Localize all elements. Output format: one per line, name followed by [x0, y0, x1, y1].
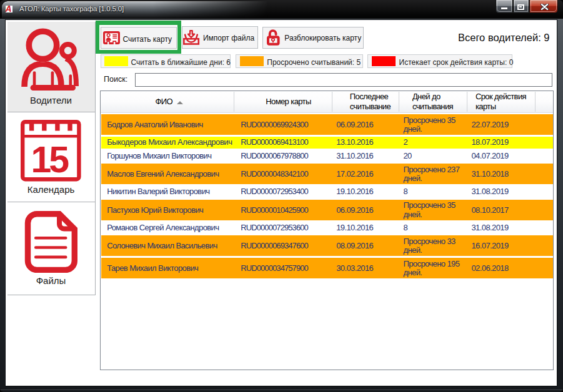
svg-text:15: 15: [31, 139, 69, 180]
